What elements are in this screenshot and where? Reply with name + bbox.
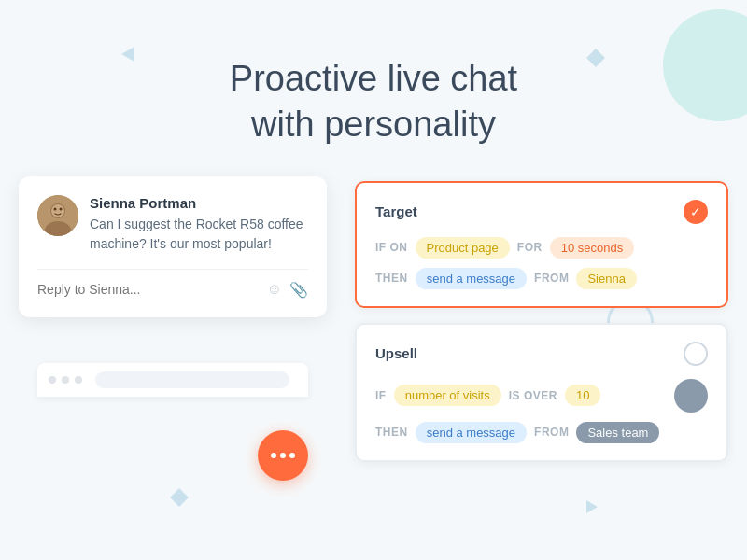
upsell-action-tag[interactable]: send a message: [416, 422, 527, 443]
hero-header: Proactive live chat with personality: [0, 0, 747, 176]
chat-window: Sienna Portman Can I suggest the Rocket …: [19, 176, 327, 317]
message-text: Can I suggest the Rocket R58 coffee mach…: [90, 215, 308, 254]
upsell-toggle[interactable]: [684, 342, 708, 366]
target-active-check[interactable]: ✓: [684, 200, 708, 224]
target-card: Target ✓ IF ON Product page FOR 10 secon…: [355, 181, 728, 308]
upsell-title: Upsell: [375, 345, 417, 361]
fab-dot-2: [280, 453, 286, 458]
upsell-from-label: FROM: [534, 426, 569, 439]
svg-point-3: [51, 204, 64, 217]
fab-dot-3: [289, 453, 295, 458]
upsell-then-label: THEN: [375, 426, 408, 439]
main-content: Sienna Portman Can I suggest the Rocket …: [0, 176, 747, 462]
browser-dot-1: [49, 376, 56, 384]
target-row2: THEN send a message FROM Sienna: [375, 268, 708, 289]
target-from-label: FROM: [534, 272, 569, 285]
target-value-tag[interactable]: 10 seconds: [550, 237, 635, 259]
target-condition-tag[interactable]: Product page: [416, 237, 510, 259]
browser-url-bar: [95, 371, 289, 388]
chat-message-row: Sienna Portman Can I suggest the Rocket …: [37, 195, 308, 254]
hero-line2: with personality: [251, 105, 496, 144]
avatar: [37, 195, 78, 236]
chat-fab-button[interactable]: [258, 430, 308, 481]
chat-panel: Sienna Portman Can I suggest the Rocket …: [19, 176, 327, 462]
upsell-card-header: Upsell: [375, 342, 708, 366]
chat-reply-bar: ☺ 📎: [37, 269, 308, 299]
avatar-face: [37, 195, 78, 236]
upsell-if-label: IF: [375, 389, 387, 402]
upsell-spinner: [674, 379, 708, 413]
bg-diamond-bottom-left: [170, 488, 189, 507]
svg-point-4: [54, 207, 57, 210]
upsell-value-tag[interactable]: 10: [565, 385, 600, 406]
spinner-circle: [674, 379, 708, 413]
svg-point-5: [60, 207, 63, 210]
reply-icons: ☺ 📎: [267, 281, 308, 299]
bg-triangle-bottom-right: [586, 500, 598, 513]
target-then-label: THEN: [375, 272, 408, 285]
target-row1: IF ON Product page FOR 10 seconds: [375, 237, 708, 259]
emoji-icon[interactable]: ☺: [267, 281, 282, 299]
target-for-label: FOR: [517, 241, 543, 254]
target-from-tag[interactable]: Sienna: [576, 268, 636, 289]
message-content: Sienna Portman Can I suggest the Rocket …: [90, 195, 308, 254]
browser-dot-2: [62, 376, 69, 384]
sender-name: Sienna Portman: [90, 195, 308, 211]
target-action-tag[interactable]: send a message: [416, 268, 527, 289]
target-card-header: Target ✓: [375, 200, 708, 224]
upsell-from-tag[interactable]: Sales team: [576, 422, 659, 443]
upsell-row2: THEN send a message FROM Sales team: [375, 422, 708, 443]
target-if-label: IF ON: [375, 241, 408, 254]
reply-input[interactable]: [37, 282, 258, 297]
avatar-svg: [37, 195, 78, 236]
upsell-card: Upsell IF number of visits IS OVER 10 TH…: [355, 323, 728, 462]
browser-bar: [37, 363, 308, 397]
rules-panel: Target ✓ IF ON Product page FOR 10 secon…: [355, 176, 728, 462]
browser-dot-3: [75, 376, 82, 384]
check-icon: ✓: [690, 204, 701, 219]
upsell-row1: IF number of visits IS OVER 10: [375, 379, 708, 413]
fab-dot-1: [271, 453, 276, 458]
target-title: Target: [375, 203, 417, 219]
upsell-is-over-label: IS OVER: [509, 389, 557, 402]
attachment-icon[interactable]: 📎: [289, 281, 308, 299]
hero-line1: Proactive live chat: [230, 59, 517, 98]
upsell-condition-tag[interactable]: number of visits: [394, 385, 501, 406]
